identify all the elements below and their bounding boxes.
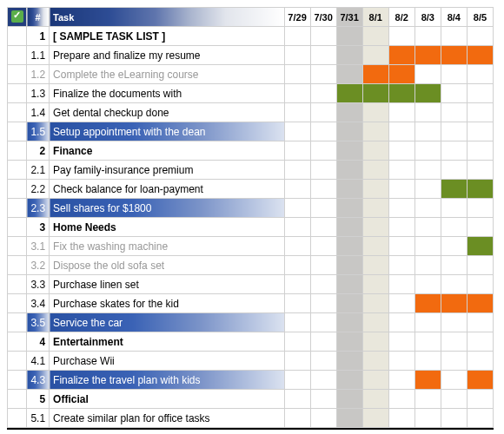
gantt-cell[interactable] <box>362 237 388 256</box>
gantt-cell[interactable] <box>310 141 336 161</box>
gantt-cell[interactable] <box>284 180 310 199</box>
gantt-cell[interactable] <box>284 371 310 390</box>
gantt-cell[interactable] <box>414 180 441 199</box>
gantt-cell[interactable] <box>414 122 441 141</box>
gantt-cell[interactable] <box>310 46 336 65</box>
row-task[interactable]: Finalize the travel plan with kids <box>50 371 284 390</box>
gantt-cell[interactable] <box>336 371 362 390</box>
row-task[interactable]: Complete the eLearning course <box>50 65 284 84</box>
gantt-cell[interactable] <box>336 46 362 65</box>
gantt-cell[interactable] <box>414 65 441 84</box>
gantt-cell[interactable] <box>467 46 493 65</box>
gantt-cell[interactable] <box>414 294 441 313</box>
gantt-cell[interactable] <box>362 390 388 409</box>
gantt-cell[interactable] <box>284 65 310 84</box>
gantt-cell[interactable] <box>362 27 388 46</box>
gantt-cell[interactable] <box>414 84 441 103</box>
gantt-cell[interactable] <box>310 256 336 275</box>
table-row[interactable]: 1[ SAMPLE TASK LIST ] <box>8 27 494 46</box>
gantt-cell[interactable] <box>284 256 310 275</box>
gantt-cell[interactable] <box>441 294 467 313</box>
gantt-cell[interactable] <box>362 371 388 390</box>
table-row[interactable]: 3.1Fix the washing machine <box>8 237 494 256</box>
gantt-cell[interactable] <box>310 27 336 46</box>
gantt-cell[interactable] <box>441 218 467 237</box>
gantt-cell[interactable] <box>284 84 310 103</box>
row-check-cell[interactable] <box>8 199 27 218</box>
row-check-cell[interactable] <box>8 237 27 256</box>
gantt-cell[interactable] <box>284 122 310 141</box>
gantt-cell[interactable] <box>336 237 362 256</box>
gantt-cell[interactable] <box>441 332 467 352</box>
row-check-cell[interactable] <box>8 84 27 103</box>
gantt-cell[interactable] <box>336 27 362 46</box>
gantt-cell[interactable] <box>310 180 336 199</box>
gantt-cell[interactable] <box>467 371 493 390</box>
table-row[interactable]: 1.3Finalize the documents with <box>8 84 494 103</box>
row-task[interactable]: Home Needs <box>50 218 284 237</box>
table-row[interactable]: 1.4Get dental checkup done <box>8 103 494 122</box>
gantt-cell[interactable] <box>310 352 336 371</box>
gantt-cell[interactable] <box>388 180 414 199</box>
gantt-cell[interactable] <box>388 27 414 46</box>
gantt-cell[interactable] <box>388 313 414 332</box>
gantt-cell[interactable] <box>414 218 441 237</box>
gantt-cell[interactable] <box>388 46 414 65</box>
gantt-cell[interactable] <box>388 294 414 313</box>
row-task[interactable]: Create similar plan for office tasks <box>50 409 284 428</box>
gantt-cell[interactable] <box>414 332 441 352</box>
gantt-cell[interactable] <box>284 218 310 237</box>
row-task[interactable]: Fix the washing machine <box>50 237 284 256</box>
gantt-cell[interactable] <box>310 371 336 390</box>
gantt-cell[interactable] <box>414 161 441 180</box>
gantt-cell[interactable] <box>284 46 310 65</box>
gantt-cell[interactable] <box>467 237 493 256</box>
row-task[interactable]: Get dental checkup done <box>50 103 284 122</box>
gantt-cell[interactable] <box>336 409 362 428</box>
row-task[interactable]: Official <box>50 390 284 409</box>
gantt-cell[interactable] <box>310 84 336 103</box>
row-task[interactable]: Dispose the old sofa set <box>50 256 284 275</box>
row-check-cell[interactable] <box>8 65 27 84</box>
gantt-cell[interactable] <box>467 122 493 141</box>
gantt-cell[interactable] <box>441 390 467 409</box>
gantt-cell[interactable] <box>467 161 493 180</box>
row-task[interactable]: Sell shares for $1800 <box>50 199 284 218</box>
gantt-cell[interactable] <box>388 409 414 428</box>
gantt-cell[interactable] <box>310 409 336 428</box>
gantt-cell[interactable] <box>388 84 414 103</box>
table-row[interactable]: 4.3Finalize the travel plan with kids <box>8 371 494 390</box>
gantt-cell[interactable] <box>336 199 362 218</box>
table-row[interactable]: 3Home Needs <box>8 218 494 237</box>
gantt-cell[interactable] <box>284 275 310 294</box>
gantt-cell[interactable] <box>310 161 336 180</box>
gantt-cell[interactable] <box>336 256 362 275</box>
row-check-cell[interactable] <box>8 161 27 180</box>
row-check-cell[interactable] <box>8 352 27 371</box>
gantt-cell[interactable] <box>284 199 310 218</box>
gantt-cell[interactable] <box>362 161 388 180</box>
gantt-cell[interactable] <box>362 409 388 428</box>
gantt-cell[interactable] <box>310 65 336 84</box>
table-row[interactable]: 1.1Prepare and finalize my resume <box>8 46 494 65</box>
gantt-cell[interactable] <box>414 141 441 161</box>
gantt-cell[interactable] <box>284 237 310 256</box>
row-task[interactable]: Pay family-insurance premium <box>50 161 284 180</box>
gantt-cell[interactable] <box>388 161 414 180</box>
gantt-cell[interactable] <box>467 180 493 199</box>
gantt-cell[interactable] <box>414 256 441 275</box>
gantt-cell[interactable] <box>310 199 336 218</box>
gantt-cell[interactable] <box>441 27 467 46</box>
gantt-cell[interactable] <box>467 199 493 218</box>
gantt-cell[interactable] <box>414 371 441 390</box>
gantt-cell[interactable] <box>441 313 467 332</box>
row-task[interactable]: Finance <box>50 141 284 161</box>
gantt-cell[interactable] <box>284 103 310 122</box>
row-check-cell[interactable] <box>8 313 27 332</box>
gantt-cell[interactable] <box>310 237 336 256</box>
row-check-cell[interactable] <box>8 294 27 313</box>
gantt-cell[interactable] <box>310 122 336 141</box>
gantt-cell[interactable] <box>441 65 467 84</box>
gantt-cell[interactable] <box>284 161 310 180</box>
gantt-cell[interactable] <box>310 103 336 122</box>
